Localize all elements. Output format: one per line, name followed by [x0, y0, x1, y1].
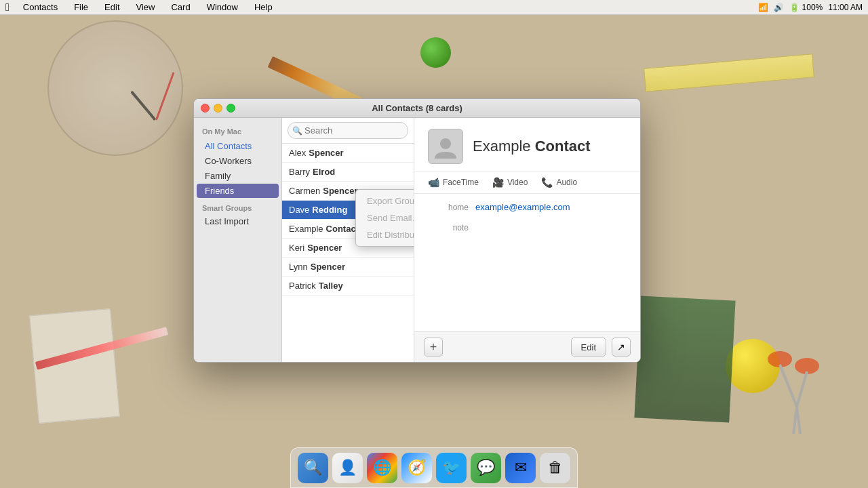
context-menu-edit-distribution: Edit Distribution List… [356, 226, 414, 243]
dock-icon-chrome[interactable]: 🌐 [367, 453, 397, 483]
smart-groups-label: Smart Groups [194, 199, 281, 214]
wifi-icon: 📶 [758, 3, 768, 12]
maximize-button[interactable] [226, 104, 235, 113]
contact-item-alex-spencer[interactable]: Alex Spencer [282, 144, 414, 163]
share-icon: ↗ [617, 342, 625, 352]
scissors-decoration [766, 346, 827, 434]
menu-file[interactable]: File [71, 2, 91, 12]
menu-card[interactable]: Card [168, 2, 193, 12]
dock-icon-safari[interactable]: 🧭 [401, 453, 432, 483]
red-pencil-decoration [35, 327, 168, 369]
contact-item-patrick-talley[interactable]: Patrick Talley [282, 277, 414, 296]
contact-last-name: Spencer [323, 186, 357, 196]
avatar [428, 129, 463, 164]
add-icon: + [430, 340, 437, 354]
volume-icon: 🔊 [774, 3, 784, 12]
facetime-action[interactable]: 📹 FaceTime [428, 177, 479, 188]
dock-icon-mail[interactable]: ✉ [505, 453, 536, 483]
traffic-lights [201, 104, 235, 113]
contact-list-panel: 🔍 Alex Spencer Barry Elrod Carmen [282, 118, 414, 362]
menu-edit[interactable]: Edit [102, 2, 122, 12]
email-value: example@example.com [475, 202, 570, 212]
dock-icon-finder[interactable]: 🔍 [298, 453, 328, 483]
edit-button[interactable]: Edit [571, 338, 606, 357]
desktop:  Contacts File Edit View Card Window He… [0, 0, 868, 488]
contact-first-name: Dave [289, 205, 309, 215]
video-action[interactable]: 🎥 Video [492, 177, 528, 188]
yellow-ball-decoration [726, 339, 780, 393]
contact-last-name: Talley [319, 281, 343, 291]
clock-display: 11:00 AM [828, 3, 863, 12]
email-label: home [428, 203, 469, 212]
svg-point-6 [440, 138, 451, 149]
contact-item-lynn-spencer[interactable]: Lynn Spencer [282, 258, 414, 277]
sidebar-item-all-contacts[interactable]: All Contacts [197, 139, 279, 153]
detail-footer: + Edit ↗ [414, 331, 640, 362]
window-titlebar: All Contacts (8 cards) [194, 99, 640, 118]
minimize-button[interactable] [214, 104, 222, 113]
clock-decoration [47, 20, 183, 156]
sidebar-item-co-workers[interactable]: Co-Workers [197, 154, 279, 168]
contact-first-name: Example [289, 224, 323, 234]
svg-line-2 [780, 365, 797, 407]
dock-icon-twitter[interactable]: 🐦 [436, 453, 467, 483]
ruler-decoration [644, 54, 814, 92]
svg-point-0 [768, 351, 792, 367]
contact-last-name: Elrod [313, 167, 335, 177]
search-input[interactable] [288, 122, 408, 139]
menu-contacts[interactable]: Contacts [20, 2, 60, 12]
notebook-decoration [29, 308, 119, 424]
contact-last-name: Spencer [311, 262, 345, 272]
facetime-icon: 📹 [428, 177, 439, 188]
contact-last-name: Redding [312, 205, 347, 215]
dock-icon-messages[interactable]: 💬 [471, 453, 501, 483]
menubar:  Contacts File Edit View Card Window He… [0, 0, 868, 15]
audio-label: Audio [556, 178, 577, 187]
menu-view[interactable]: View [134, 2, 158, 12]
note-field-row: note [428, 223, 627, 232]
share-button[interactable]: ↗ [612, 338, 631, 357]
sidebar-item-family[interactable]: Family [197, 169, 279, 183]
dock-icon-trash[interactable]: 🗑 [540, 453, 570, 483]
contact-first-name: Carmen [289, 186, 320, 196]
apple-menu[interactable]:  [5, 1, 9, 14]
contact-display-last: Contact [535, 138, 591, 155]
battery-indicator: 🔋 100% [789, 3, 823, 12]
contact-last-name: Spencer [307, 243, 342, 253]
window-body: On My Mac All Contacts Co-Workers Family… [194, 118, 640, 362]
phone-icon: 📞 [541, 177, 553, 188]
video-icon: 🎥 [492, 177, 504, 188]
contact-last-name: Spencer [309, 148, 343, 158]
menu-window[interactable]: Window [204, 2, 241, 12]
sidebar-item-friends[interactable]: Friends [197, 184, 279, 198]
contact-first-name: Lynn [289, 262, 308, 272]
contact-display-name: Example Contact [473, 138, 591, 155]
close-button[interactable] [201, 104, 210, 113]
contact-list: Alex Spencer Barry Elrod Carmen Spencer … [282, 144, 414, 362]
contact-fields: home example@example.com note [414, 194, 640, 331]
svg-line-4 [793, 407, 797, 434]
contact-first-name: Alex [289, 148, 306, 158]
book-decoration [634, 296, 735, 422]
contact-first-name: Keri [289, 243, 304, 253]
search-icon: 🔍 [292, 126, 302, 136]
svg-line-3 [797, 371, 807, 407]
add-contact-button[interactable]: + [424, 338, 443, 357]
footer-actions: Edit ↗ [571, 338, 631, 357]
context-menu-export: Export Group… [356, 192, 414, 209]
sidebar: On My Mac All Contacts Co-Workers Family… [194, 118, 282, 362]
svg-point-1 [795, 358, 819, 374]
contact-last-name: Contact [326, 224, 359, 234]
dock-icon-contacts[interactable]: 👤 [332, 453, 363, 483]
dock: 🔍 👤 🌐 🧭 🐦 💬 ✉ 🗑 [290, 447, 578, 488]
note-label: note [428, 223, 469, 232]
contact-item-barry-elrod[interactable]: Barry Elrod [282, 163, 414, 182]
audio-action[interactable]: 📞 Audio [541, 177, 577, 188]
contact-actions: 📹 FaceTime 🎥 Video 📞 Audio [414, 171, 640, 194]
sidebar-item-last-import[interactable]: Last Import [197, 214, 279, 228]
contact-first-name: Barry [289, 167, 310, 177]
search-bar: 🔍 [282, 118, 414, 144]
contact-first-name: Patrick [289, 281, 316, 291]
menubar-right: 📶 🔊 🔋 100% 11:00 AM [758, 3, 863, 12]
menu-help[interactable]: Help [252, 2, 275, 12]
